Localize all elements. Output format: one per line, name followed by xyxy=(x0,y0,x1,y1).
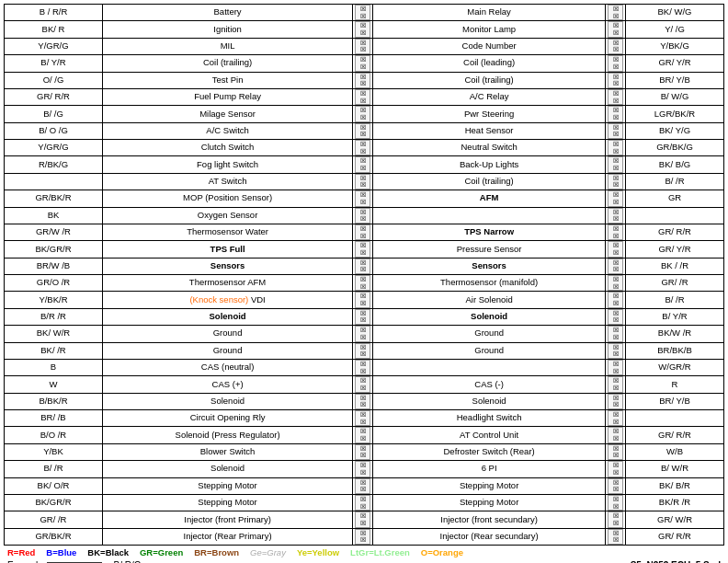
table-row: BR/W /B Sensors ☒☒ Sensors ☒☒ BK / /R xyxy=(5,258,724,274)
right-wire xyxy=(626,207,724,224)
table-row: BK/ R Ignition ☒☒ Monitor Lamp ☒☒ Y/ /G xyxy=(5,21,724,38)
table-row: B / R/R Battery ☒☒ Main Relay ☒☒ BK/ W/G xyxy=(5,5,724,21)
connector-cell: ☒☒ xyxy=(353,511,373,528)
legend-R: R=Red xyxy=(7,547,35,557)
connector-cell: ☒☒ xyxy=(353,326,373,342)
table-row: BK/GR/R TPS Full ☒☒ Pressure Sensor ☒☒ G… xyxy=(5,241,724,258)
left-wire: BK/ W/R xyxy=(5,326,103,342)
right-wire: BR/ Y/B xyxy=(626,72,724,88)
left-wire: B xyxy=(5,359,103,375)
left-component: Solenoid xyxy=(102,393,352,409)
right-wire: GR/ Y/R xyxy=(626,55,724,72)
connector-cell: ☒☒ xyxy=(606,410,626,427)
table-row: AT Switch ☒☒ Coil (trailing) ☒☒ B/ /R xyxy=(5,173,724,190)
wiring-table: B / R/R Battery ☒☒ Main Relay ☒☒ BK/ W/G… xyxy=(4,4,724,546)
left-wire: Y/GR/G xyxy=(5,140,103,156)
right-component: Injector (Rear secundary) xyxy=(373,528,606,545)
right-wire: Y/BK/G xyxy=(626,38,724,54)
right-component: TPS Narrow xyxy=(373,224,606,240)
legend-Ye: Ye=Yellow xyxy=(297,547,339,557)
right-component: Back-Up Lights xyxy=(373,156,606,173)
connector-cell: ☒☒ xyxy=(606,140,626,156)
right-component: Ground xyxy=(373,326,606,342)
right-component: Ground xyxy=(373,342,606,359)
connector-cell: ☒☒ xyxy=(606,72,626,88)
right-wire: BK/ B/R xyxy=(626,477,724,494)
right-component: A/C Relay xyxy=(373,88,606,105)
connector-cell: ☒☒ xyxy=(606,258,626,274)
left-component: Solenoid (Press Regulator) xyxy=(102,427,352,443)
table-row: BK/ O/R Stepping Motor ☒☒ Stepping Motor… xyxy=(5,477,724,494)
left-wire: GR/ /R xyxy=(5,511,103,528)
connector-cell: ☒☒ xyxy=(606,308,626,325)
left-wire: W xyxy=(5,376,103,393)
legend-O: O=Orange xyxy=(421,547,463,557)
left-wire: GR/W /R xyxy=(5,224,103,240)
left-wire: B/ O /G xyxy=(5,122,103,139)
table-row: GR/ R/R Fuel Pump Relay ☒☒ A/C Relay ☒☒ … xyxy=(5,88,724,105)
connector-cell: ☒☒ xyxy=(606,511,626,528)
table-row: Y/BK Blower Switch ☒☒ Defroster Switch (… xyxy=(5,443,724,460)
left-component: Fuel Pump Relay xyxy=(102,88,352,105)
connector-cell: ☒☒ xyxy=(606,55,626,72)
table-row: O/ /G Test Pin ☒☒ Coil (trailing) ☒☒ BR/… xyxy=(5,72,724,88)
left-wire: O/ /G xyxy=(5,72,103,88)
connector-cell: ☒☒ xyxy=(606,427,626,443)
left-component: Coil (trailing) xyxy=(102,55,352,72)
left-component: Clutch Switch xyxy=(102,140,352,156)
right-component: Pressure Sensor xyxy=(373,241,606,258)
right-component: AFM xyxy=(373,190,606,207)
table-row: GR/O /R Thermosensor AFM ☒☒ Thermosensor… xyxy=(5,275,724,292)
right-component: AT Control Unit xyxy=(373,427,606,443)
table-row: Y/GR/G MIL ☒☒ Code Number ☒☒ Y/BK/G xyxy=(5,38,724,54)
left-wire: GR/ R/R xyxy=(5,88,103,105)
connector-cell: ☒☒ xyxy=(353,190,373,207)
table-row: BK Oxygen Sensor ☒☒ ☒☒ xyxy=(5,207,724,224)
legend-BK: BK=Black xyxy=(87,547,129,557)
left-wire: BK/ /R xyxy=(5,342,103,359)
legend-GR: GR=Green xyxy=(140,547,183,557)
right-component: Defroster Switch (Rear) xyxy=(373,443,606,460)
left-wire: B/R /R xyxy=(5,308,103,325)
left-wire: BK/GR/R xyxy=(5,241,103,258)
right-wire: BR/ Y/B xyxy=(626,393,724,409)
left-component: Injector (Rear Primary) xyxy=(102,528,352,545)
left-component: A/C Switch xyxy=(102,122,352,139)
left-component: CAS (+) xyxy=(102,376,352,393)
knock-label: (Knock sensor) xyxy=(189,294,248,304)
table-row: GR/ /R Injector (front Primary) ☒☒ Injec… xyxy=(5,511,724,528)
table-row: GR/BK/R MOP (Position Sensor) ☒☒ AFM ☒☒ … xyxy=(5,190,724,207)
left-component: Battery xyxy=(102,5,352,21)
table-row: B/O /R Solenoid (Press Regulator) ☒☒ AT … xyxy=(5,427,724,443)
left-component: TPS Full xyxy=(102,241,352,258)
left-component: Blower Switch xyxy=(102,443,352,460)
left-wire: B/ /R xyxy=(5,461,103,477)
left-wire: BR/ /B xyxy=(5,410,103,427)
left-component: Solenoid xyxy=(102,461,352,477)
table-row: W CAS (+) ☒☒ CAS (-) ☒☒ R xyxy=(5,376,724,393)
connector-cell: ☒☒ xyxy=(606,477,626,494)
left-wire: Y/GR/G xyxy=(5,38,103,54)
left-component: Test Pin xyxy=(102,72,352,88)
left-component: CAS (neutral) xyxy=(102,359,352,375)
connector-cell: ☒☒ xyxy=(606,376,626,393)
connector-cell: ☒☒ xyxy=(353,410,373,427)
right-wire: GR/ /R xyxy=(626,275,724,292)
connector-cell: ☒☒ xyxy=(353,21,373,38)
connector-cell: ☒☒ xyxy=(353,106,373,122)
table-row: BR/ /B Circuit Opening Rly ☒☒ Headlight … xyxy=(5,410,724,427)
left-component: Solenoid xyxy=(102,308,352,325)
left-component: Milage Sensor xyxy=(102,106,352,122)
right-wire: B/ /R xyxy=(626,173,724,190)
right-wire: BK / /R xyxy=(626,258,724,274)
connector-cell: ☒☒ xyxy=(353,5,373,21)
right-component: Headlight Switch xyxy=(373,410,606,427)
connector-cell: ☒☒ xyxy=(353,461,373,477)
table-row: BK/ /R Ground ☒☒ Ground ☒☒ BR/BK/B xyxy=(5,342,724,359)
connector-cell: ☒☒ xyxy=(353,88,373,105)
right-component: Stepping Motor xyxy=(373,477,606,494)
connector-cell: ☒☒ xyxy=(606,38,626,54)
left-wire: B/ Y/R xyxy=(5,55,103,72)
right-wire: GR/BK/G xyxy=(626,140,724,156)
right-component: Neutral Switch xyxy=(373,140,606,156)
